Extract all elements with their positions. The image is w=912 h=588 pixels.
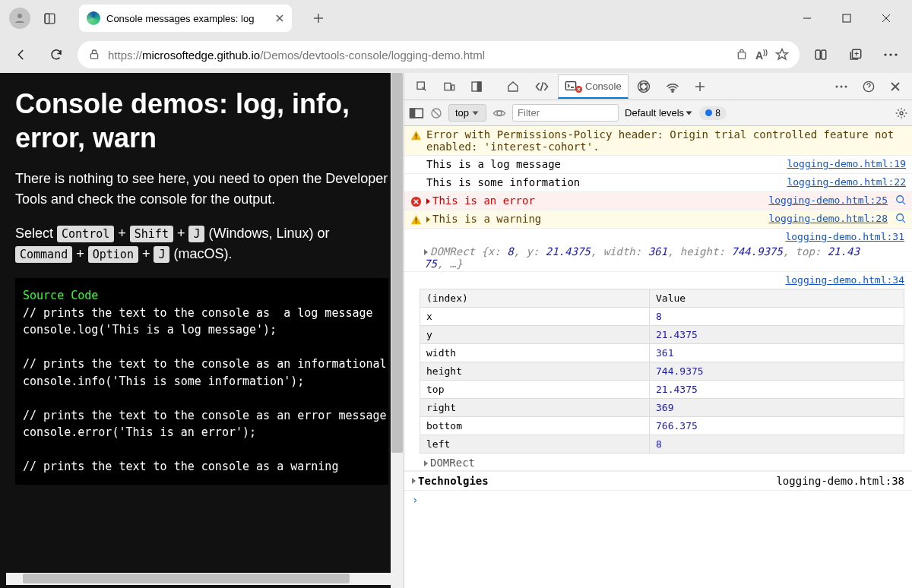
svg-rect-17 xyxy=(565,82,575,90)
live-expression-icon[interactable] xyxy=(492,108,506,119)
network-tab-icon[interactable] xyxy=(659,75,686,98)
source-link[interactable]: logging-demo.html:28 xyxy=(768,213,888,224)
source-link[interactable]: logging-demo.html:19 xyxy=(787,158,906,169)
window-controls xyxy=(790,6,909,30)
source-link[interactable]: logging-demo.html:31 xyxy=(785,231,904,242)
horizontal-scrollbar[interactable] xyxy=(6,573,401,585)
close-tab-icon[interactable] xyxy=(275,14,284,23)
svg-rect-31 xyxy=(416,134,417,138)
svg-rect-3 xyxy=(843,14,850,22)
devtools-help-icon[interactable] xyxy=(856,75,882,98)
svg-rect-7 xyxy=(822,50,826,59)
browser-tab[interactable]: Console messages examples: log xyxy=(79,5,292,32)
refresh-button[interactable] xyxy=(43,41,70,68)
table-object-footer[interactable]: DOMRect xyxy=(404,455,912,471)
table-row: width361 xyxy=(420,344,904,362)
svg-rect-27 xyxy=(410,109,415,118)
devtools-tab-strip: Console xyxy=(404,73,912,100)
close-window-button[interactable] xyxy=(869,6,903,30)
table-header[interactable]: (index) xyxy=(420,289,650,308)
favicon-icon xyxy=(87,11,100,25)
table-row: x8 xyxy=(420,308,904,326)
welcome-tab-icon[interactable] xyxy=(500,75,526,98)
svg-rect-32 xyxy=(416,138,417,139)
console-table: (index)Value x8y21.4375width361height744… xyxy=(420,289,904,454)
collections-button[interactable] xyxy=(842,41,869,68)
elements-tab-icon[interactable] xyxy=(527,75,556,98)
source-link-row: logging-demo.html:34 xyxy=(404,272,912,287)
console-tab[interactable]: Console xyxy=(558,74,629,99)
warning-icon xyxy=(410,214,422,226)
window-titlebar: Console messages examples: log xyxy=(0,0,912,36)
content-area: Console demos: log, info, error, warn Th… xyxy=(0,73,912,588)
svg-point-34 xyxy=(897,196,904,203)
svg-point-37 xyxy=(897,214,904,221)
tab-title: Console messages examples: log xyxy=(106,13,254,24)
table-row: bottom766.375 xyxy=(420,417,904,435)
svg-point-22 xyxy=(836,85,838,87)
toggle-sidebar-icon[interactable] xyxy=(409,107,424,119)
read-aloud-icon[interactable]: A)) xyxy=(755,49,768,62)
address-bar[interactable]: https://microsoftedge.github.io/Demos/de… xyxy=(78,41,800,68)
table-row: height744.9375 xyxy=(420,362,904,381)
menu-button[interactable] xyxy=(877,41,904,68)
svg-point-23 xyxy=(841,85,843,87)
lens-icon[interactable] xyxy=(895,194,906,205)
source-link[interactable]: logging-demo.html:25 xyxy=(768,194,888,206)
vertical-scrollbar[interactable] xyxy=(391,73,404,588)
lens-icon[interactable] xyxy=(895,213,906,223)
source-code-block: Source Code // prints the text to the co… xyxy=(15,278,388,485)
source-link[interactable]: logging-demo.html:22 xyxy=(787,176,906,188)
favorite-icon[interactable] xyxy=(775,48,789,62)
svg-rect-6 xyxy=(815,50,820,59)
inspect-element-icon[interactable] xyxy=(409,75,435,98)
svg-point-24 xyxy=(845,85,847,87)
console-error-row: This is an error logging-demo.html:25 xyxy=(404,192,912,210)
svg-point-20 xyxy=(638,81,649,92)
source-link[interactable]: logging-demo.html:38 xyxy=(776,475,904,487)
svg-rect-35 xyxy=(416,218,417,222)
console-prompt[interactable]: › xyxy=(404,491,912,509)
svg-rect-5 xyxy=(738,52,745,59)
url-text: https://microsoftedge.github.io/Demos/de… xyxy=(108,49,728,62)
workspaces-button[interactable] xyxy=(36,5,62,31)
table-row: left8 xyxy=(420,435,904,454)
maximize-button[interactable] xyxy=(830,6,863,30)
filter-input[interactable] xyxy=(512,104,619,122)
new-tab-button[interactable] xyxy=(306,5,331,31)
svg-point-19 xyxy=(640,83,647,90)
minimize-button[interactable] xyxy=(790,6,824,30)
table-header[interactable]: Value xyxy=(650,289,904,308)
svg-point-29 xyxy=(497,111,502,115)
rendered-page: Console demos: log, info, error, warn Th… xyxy=(0,73,404,588)
dock-side-icon[interactable] xyxy=(464,75,489,98)
devtools-close-icon[interactable] xyxy=(883,76,907,97)
more-tabs-icon[interactable] xyxy=(688,76,712,97)
console-settings-icon[interactable] xyxy=(895,107,907,119)
site-info-icon[interactable] xyxy=(88,49,100,61)
console-object-row[interactable]: DOMRect {x: 8, y: 21.4375, width: 361, h… xyxy=(404,244,912,272)
svg-rect-14 xyxy=(451,85,454,90)
log-levels-selector[interactable]: Default levels xyxy=(625,107,693,119)
profile-button[interactable] xyxy=(9,8,30,29)
context-selector[interactable]: top xyxy=(448,104,486,122)
devtools-more-icon[interactable] xyxy=(828,80,854,93)
source-link[interactable]: logging-demo.html:34 xyxy=(785,274,904,286)
svg-point-11 xyxy=(895,53,897,55)
table-row: right369 xyxy=(420,399,904,417)
split-screen-button[interactable] xyxy=(807,41,834,68)
svg-point-0 xyxy=(17,14,22,18)
svg-point-9 xyxy=(884,53,886,55)
console-warning-row: This is a warning logging-demo.html:28 xyxy=(404,210,912,229)
sources-tab-icon[interactable] xyxy=(630,74,657,99)
console-output[interactable]: Error with Permissions-Policy header: Or… xyxy=(404,126,912,588)
console-group-row[interactable]: Technolgies logging-demo.html:38 xyxy=(404,471,912,491)
table-row: top21.4375 xyxy=(420,381,904,399)
svg-point-10 xyxy=(889,53,891,55)
back-button[interactable] xyxy=(8,41,35,68)
device-toolbar-icon[interactable] xyxy=(436,75,462,98)
issues-badge[interactable]: 8 xyxy=(699,106,727,120)
svg-rect-2 xyxy=(45,14,49,24)
shopping-icon[interactable] xyxy=(736,49,748,61)
clear-console-icon[interactable] xyxy=(430,107,442,119)
